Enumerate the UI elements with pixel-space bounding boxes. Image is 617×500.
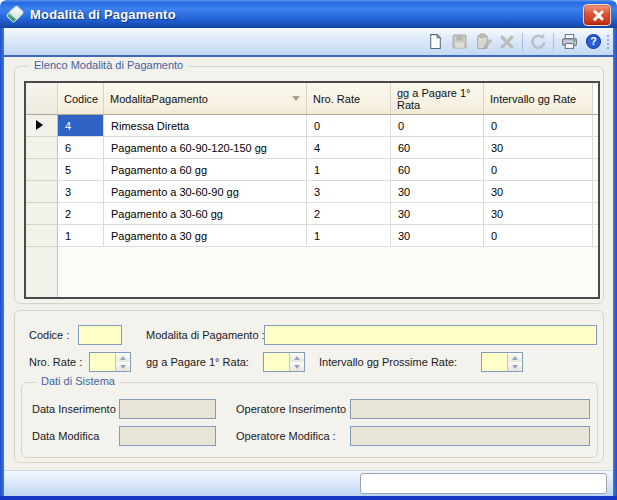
titlebar[interactable]: Modalità di Pagamento xyxy=(0,0,617,28)
row-selector-cell[interactable] xyxy=(26,181,58,203)
save-button xyxy=(447,30,471,53)
data-inserimento-field xyxy=(119,399,216,419)
svg-text:?: ? xyxy=(590,35,596,47)
grid-header: Codice ModalitaPagamento Nro. Rate gg a … xyxy=(26,83,598,115)
toolbar: ? xyxy=(4,28,613,57)
nro-rate-input[interactable] xyxy=(90,353,115,371)
groupbox-elenco: Elenco Modalità di Pagamento Codice Moda… xyxy=(14,66,604,304)
gg-pagare-stepper[interactable] xyxy=(263,352,305,372)
cell-nro-rate[interactable]: 1 xyxy=(307,225,391,247)
cell-modalita[interactable]: Pagamento a 60-90-120-150 gg xyxy=(104,137,307,159)
table-row[interactable]: 6 Pagamento a 60-90-120-150 gg 4 60 30 xyxy=(26,137,598,159)
cell-filler xyxy=(593,181,600,203)
row-selector-cell[interactable] xyxy=(26,159,58,181)
intervallo-stepper[interactable] xyxy=(481,352,523,372)
cell-nro-rate[interactable]: 2 xyxy=(307,203,391,225)
intervallo-label: Intervallo gg Prossime Rate: xyxy=(319,352,457,372)
table-row[interactable]: 3 Pagamento a 30-60-90 gg 3 30 30 xyxy=(26,181,598,203)
cell-modalita[interactable]: Rimessa Diretta xyxy=(104,115,307,137)
cell-codice[interactable]: 4 xyxy=(58,115,104,137)
app-window: Modalità di Pagamento xyxy=(0,0,617,500)
cell-nro-rate[interactable]: 4 xyxy=(307,137,391,159)
help-icon: ? xyxy=(585,33,602,50)
cell-codice[interactable]: 6 xyxy=(58,137,104,159)
operatore-modifica-field xyxy=(350,426,590,446)
cell-intervallo[interactable]: 30 xyxy=(484,137,593,159)
client-area: Elenco Modalità di Pagamento Codice Moda… xyxy=(4,57,613,470)
gg-pagare-input[interactable] xyxy=(264,353,289,371)
print-button[interactable] xyxy=(557,30,581,53)
grid-header-intervallo[interactable]: Intervallo gg Rate xyxy=(484,83,593,114)
codice-input[interactable] xyxy=(78,325,122,345)
cell-gg-pagare[interactable]: 0 xyxy=(391,115,484,137)
grid-header-modalita[interactable]: ModalitaPagamento xyxy=(104,83,307,114)
toolbar-separator xyxy=(522,33,523,51)
modalita-input[interactable] xyxy=(264,325,597,345)
cell-nro-rate[interactable]: 0 xyxy=(307,115,391,137)
grid-header-gg-pagare[interactable]: gg a Pagare 1° Rata xyxy=(391,83,484,114)
cell-gg-pagare[interactable]: 60 xyxy=(391,137,484,159)
operatore-modifica-label: Operatore Modifica : xyxy=(236,426,336,446)
cell-modalita[interactable]: Pagamento a 30-60 gg xyxy=(104,203,307,225)
cell-gg-pagare[interactable]: 30 xyxy=(391,203,484,225)
cell-modalita[interactable]: Pagamento a 30-60-90 gg xyxy=(104,181,307,203)
spin-up-icon[interactable] xyxy=(290,353,304,362)
intervallo-input[interactable] xyxy=(482,353,507,371)
cell-intervallo[interactable]: 30 xyxy=(484,181,593,203)
grid-header-codice[interactable]: Codice xyxy=(58,83,104,114)
help-button[interactable]: ? xyxy=(581,30,605,53)
groupbox-dati-sistema: Dati di Sistema Data Inserimento Operato… xyxy=(21,382,598,458)
row-selector-cell[interactable] xyxy=(26,225,58,247)
spin-down-icon[interactable] xyxy=(116,362,130,371)
spin-up-icon[interactable] xyxy=(508,353,522,362)
cell-filler xyxy=(593,203,600,225)
cell-codice[interactable]: 5 xyxy=(58,159,104,181)
cell-nro-rate[interactable]: 3 xyxy=(307,181,391,203)
cell-modalita[interactable]: Pagamento a 60 gg xyxy=(104,159,307,181)
spin-down-icon[interactable] xyxy=(508,362,522,371)
grid-empty-area xyxy=(26,247,598,297)
cell-intervallo[interactable]: 0 xyxy=(484,225,593,247)
modalita-label: Modalita di Pagamento : xyxy=(146,325,265,345)
table-row[interactable]: 5 Pagamento a 60 gg 1 60 0 xyxy=(26,159,598,181)
cell-filler xyxy=(593,225,600,247)
new-document-icon xyxy=(427,33,444,50)
edit-clipboard-icon xyxy=(475,33,492,50)
nro-rate-stepper[interactable] xyxy=(89,352,131,372)
cell-intervallo[interactable]: 0 xyxy=(484,159,593,181)
table-row[interactable]: 4 Rimessa Diretta 0 0 0 xyxy=(26,115,598,137)
window-border-bottom xyxy=(0,496,617,500)
row-selector-cell[interactable] xyxy=(26,203,58,225)
row-selector-cell[interactable] xyxy=(26,115,58,137)
table-row[interactable]: 2 Pagamento a 30-60 gg 2 30 30 xyxy=(26,203,598,225)
statusbar xyxy=(4,470,613,496)
cell-gg-pagare[interactable]: 30 xyxy=(391,181,484,203)
cell-intervallo[interactable]: 0 xyxy=(484,115,593,137)
cell-nro-rate[interactable]: 1 xyxy=(307,159,391,181)
cell-codice[interactable]: 2 xyxy=(58,203,104,225)
grid-header-nro-rate[interactable]: Nro. Rate xyxy=(307,83,391,114)
delete-x-icon xyxy=(499,33,516,50)
nro-rate-label: Nro. Rate : xyxy=(29,352,82,372)
groupbox-dati-sistema-title: Dati di Sistema xyxy=(36,375,120,387)
toolbar-grip[interactable] xyxy=(607,32,611,52)
cell-gg-pagare[interactable]: 30 xyxy=(391,225,484,247)
cell-gg-pagare[interactable]: 60 xyxy=(391,159,484,181)
data-inserimento-label: Data Inserimento xyxy=(32,399,116,419)
row-selector-cell[interactable] xyxy=(26,137,58,159)
cell-intervallo[interactable]: 30 xyxy=(484,203,593,225)
spin-up-icon[interactable] xyxy=(116,353,130,362)
delete-button xyxy=(495,30,519,53)
cell-modalita[interactable]: Pagamento a 30 gg xyxy=(104,225,307,247)
refresh-button xyxy=(526,30,550,53)
data-modifica-label: Data Modifica xyxy=(32,426,99,446)
table-row[interactable]: 1 Pagamento a 30 gg 1 30 0 xyxy=(26,225,598,247)
edit-button xyxy=(471,30,495,53)
cell-codice[interactable]: 3 xyxy=(58,181,104,203)
new-button[interactable] xyxy=(423,30,447,53)
groupbox-form: Codice : Modalita di Pagamento : Nro. Ra… xyxy=(14,310,604,463)
close-button[interactable] xyxy=(583,4,611,26)
cell-codice[interactable]: 1 xyxy=(58,225,104,247)
spin-down-icon[interactable] xyxy=(290,362,304,371)
cell-filler xyxy=(593,159,600,181)
